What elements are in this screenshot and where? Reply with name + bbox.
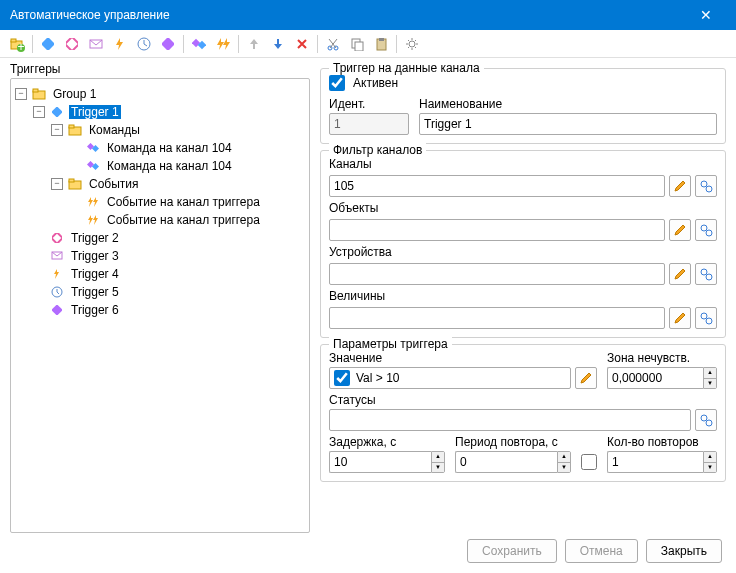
- lightning-double-icon[interactable]: [212, 33, 234, 55]
- tree-item-group[interactable]: Group 1: [51, 87, 98, 101]
- trigger-data-group: Триггер на данные канала Активен Идент. …: [320, 68, 726, 144]
- active-label: Активен: [353, 76, 398, 90]
- spin-down[interactable]: ▼: [704, 463, 716, 473]
- diamond-pair-icon[interactable]: [188, 33, 210, 55]
- objects-field[interactable]: [329, 219, 665, 241]
- find-button[interactable]: [695, 409, 717, 431]
- add-folder-icon[interactable]: +: [6, 33, 28, 55]
- tree-item-trigger3[interactable]: Trigger 3: [69, 249, 121, 263]
- group-title: Триггер на данные канала: [329, 62, 484, 75]
- find-button[interactable]: [695, 307, 717, 329]
- svg-rect-1: [11, 39, 16, 42]
- svg-point-46: [706, 274, 712, 280]
- edit-button[interactable]: [669, 175, 691, 197]
- window-close-button[interactable]: ✕: [686, 7, 726, 23]
- spin-up[interactable]: ▲: [432, 452, 444, 463]
- svg-point-42: [706, 186, 712, 192]
- tree-item-trigger5[interactable]: Trigger 5: [69, 285, 121, 299]
- save-button[interactable]: Сохранить: [467, 539, 557, 563]
- copy-icon[interactable]: [346, 33, 368, 55]
- close-button[interactable]: Закрыть: [646, 539, 722, 563]
- value-expression: Val > 10: [356, 371, 399, 385]
- edit-button[interactable]: [669, 263, 691, 285]
- cancel-button[interactable]: Отмена: [565, 539, 638, 563]
- find-button[interactable]: [695, 219, 717, 241]
- tree-toggle[interactable]: −: [15, 88, 27, 100]
- spin-up[interactable]: ▲: [558, 452, 570, 463]
- edit-button[interactable]: [669, 307, 691, 329]
- trigger-params-group: Параметры триггера Значение Val > 10 Зон…: [320, 344, 726, 482]
- diamond-blue-icon[interactable]: [37, 33, 59, 55]
- svg-point-44: [706, 230, 712, 236]
- channel-filter-group: Фильтр каналов Каналы Объекты Устройства: [320, 150, 726, 338]
- tree-item-evtB[interactable]: Событие на канал триггера: [105, 213, 262, 227]
- envelope-icon[interactable]: [85, 33, 107, 55]
- tree-item-evtA[interactable]: Событие на канал триггера: [105, 195, 262, 209]
- svg-rect-16: [379, 38, 384, 41]
- edit-button[interactable]: [669, 219, 691, 241]
- spin-up[interactable]: ▲: [704, 452, 716, 463]
- tree-item-cmd104b[interactable]: Команда на канал 104: [105, 159, 234, 173]
- envelope-icon: [49, 248, 65, 264]
- triggers-tree[interactable]: − Group 1 − Trigger 1 − Команды: [10, 78, 310, 533]
- devices-field[interactable]: [329, 263, 665, 285]
- diamond-pair-icon: [85, 158, 101, 174]
- svg-line-25: [415, 40, 416, 41]
- titlebar: Автоматическое управление ✕: [0, 0, 736, 30]
- diamond-blue-icon: [49, 104, 65, 120]
- tree-item-trigger6[interactable]: Trigger 6: [69, 303, 121, 317]
- clock-icon[interactable]: [133, 33, 155, 55]
- folder-icon: [31, 86, 47, 102]
- cut-icon[interactable]: [322, 33, 344, 55]
- period-field[interactable]: [455, 451, 557, 473]
- tree-toggle[interactable]: −: [33, 106, 45, 118]
- period-label: Период повтора, с: [455, 435, 571, 449]
- ident-label: Идент.: [329, 97, 409, 111]
- spin-up[interactable]: ▲: [704, 368, 716, 379]
- deadband-field[interactable]: [607, 367, 703, 389]
- lightning-double-icon: [85, 194, 101, 210]
- name-label: Наименование: [419, 97, 717, 111]
- svg-rect-37: [52, 233, 62, 243]
- value-enabled-checkbox[interactable]: [334, 370, 350, 386]
- tree-item-trigger1[interactable]: Trigger 1: [69, 105, 121, 119]
- active-checkbox[interactable]: [329, 75, 345, 91]
- edit-button[interactable]: [575, 367, 597, 389]
- tree-item-commands[interactable]: Команды: [87, 123, 142, 137]
- paste-icon[interactable]: [370, 33, 392, 55]
- arrow-up-icon[interactable]: [243, 33, 265, 55]
- channels-field[interactable]: [329, 175, 665, 197]
- lightning-orange-icon: [49, 266, 65, 282]
- spin-down[interactable]: ▼: [558, 463, 570, 473]
- svg-line-23: [415, 47, 416, 48]
- svg-point-17: [409, 41, 415, 47]
- arrow-down-icon[interactable]: [267, 33, 289, 55]
- statuses-field[interactable]: [329, 409, 691, 431]
- svg-point-47: [701, 313, 707, 319]
- tree-toggle[interactable]: −: [51, 124, 63, 136]
- svg-line-22: [408, 40, 409, 41]
- delete-icon[interactable]: [291, 33, 313, 55]
- repeats-enable-checkbox[interactable]: [581, 454, 597, 470]
- tree-item-trigger4[interactable]: Trigger 4: [69, 267, 121, 281]
- diamond-purple-icon[interactable]: [157, 33, 179, 55]
- tree-item-trigger2[interactable]: Trigger 2: [69, 231, 121, 245]
- repeats-field[interactable]: [607, 451, 703, 473]
- folder-icon: [67, 122, 83, 138]
- lightning-orange-icon[interactable]: [109, 33, 131, 55]
- gear-icon[interactable]: [401, 33, 423, 55]
- spin-down[interactable]: ▼: [432, 463, 444, 473]
- ident-field: [329, 113, 409, 135]
- delay-field[interactable]: [329, 451, 431, 473]
- tree-toggle[interactable]: −: [51, 178, 63, 190]
- find-button[interactable]: [695, 175, 717, 197]
- quantities-label: Величины: [329, 289, 717, 303]
- spin-down[interactable]: ▼: [704, 379, 716, 389]
- svg-point-45: [701, 269, 707, 275]
- tree-item-cmd104a[interactable]: Команда на канал 104: [105, 141, 234, 155]
- tree-item-events[interactable]: События: [87, 177, 141, 191]
- diamond-outline-icon[interactable]: [61, 33, 83, 55]
- find-button[interactable]: [695, 263, 717, 285]
- name-field[interactable]: [419, 113, 717, 135]
- quantities-field[interactable]: [329, 307, 665, 329]
